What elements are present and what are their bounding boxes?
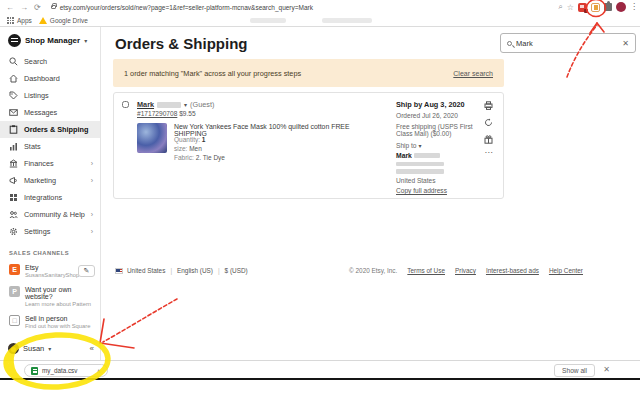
bookmark-google-drive[interactable]: Google Drive xyxy=(39,17,88,24)
ship-to-toggle[interactable]: Ship to ▾ xyxy=(396,142,486,149)
bank-icon xyxy=(9,159,18,168)
sidebar-item-community-help[interactable]: Community & Help › xyxy=(0,206,100,223)
profile-avatar[interactable] xyxy=(616,2,626,12)
show-all-downloads-button[interactable]: Show all xyxy=(554,364,595,377)
search-icon xyxy=(507,41,512,46)
item-thumbnail[interactable] xyxy=(137,123,167,153)
user-avatar xyxy=(8,343,19,354)
copy-full-address-link[interactable]: Copy full address xyxy=(396,187,447,194)
chevron-up-icon[interactable]: ∧ xyxy=(97,367,101,374)
chrome-menu-icon[interactable]: ⋮ xyxy=(630,3,638,11)
order-number-link[interactable]: #1717290708 xyxy=(137,110,177,117)
print-icon[interactable] xyxy=(484,101,493,110)
help-center-link[interactable]: Help Center xyxy=(549,267,583,274)
bookmarks-bar: Apps Google Drive xyxy=(0,14,640,27)
clear-search-icon[interactable]: ✕ xyxy=(622,39,629,48)
footer-region[interactable]: United States xyxy=(127,267,165,274)
search-input[interactable] xyxy=(516,39,618,48)
tag-icon xyxy=(9,91,18,100)
clear-search-link[interactable]: Clear search xyxy=(453,70,493,77)
redacted-address-line xyxy=(396,162,444,167)
square-channel-icon: □ xyxy=(9,315,20,326)
orders-search-box[interactable]: ✕ xyxy=(500,33,636,53)
sidebar-item-stats[interactable]: Stats xyxy=(0,138,100,155)
ordered-date: Ordered Jul 26, 2020 xyxy=(396,112,486,119)
chevron-down-icon: ▾ xyxy=(418,143,421,149)
item-title-link[interactable]: New York Yankees Face Mask 100% quilted … xyxy=(174,123,374,137)
chevron-down-icon: ▾ xyxy=(84,37,87,44)
download-item[interactable]: my_data.csv ∧ xyxy=(24,364,108,377)
page-footer: United States | English (US) | $ (USD) ©… xyxy=(115,267,583,274)
chevron-right-icon: › xyxy=(91,228,93,235)
bookmark-star-icon[interactable]: ☆ xyxy=(567,3,574,12)
close-downloads-icon[interactable]: ✕ xyxy=(603,365,610,374)
sidebar-item-messages[interactable]: Messages xyxy=(0,104,100,121)
redacted-buyer-name xyxy=(157,102,181,108)
chevron-right-icon: › xyxy=(91,160,93,167)
sidebar-item-dashboard[interactable]: Dashboard xyxy=(0,70,100,87)
bar-chart-icon xyxy=(9,142,18,151)
sidebar-item-settings[interactable]: Settings › xyxy=(0,223,100,240)
shipping-method: Free shipping (USPS First Class Mail) ($… xyxy=(396,123,486,137)
interest-ads-link[interactable]: Interest-based ads xyxy=(486,267,539,274)
envelope-icon xyxy=(9,108,18,117)
sidebar-item-marketing[interactable]: Marketing › xyxy=(0,172,100,189)
copyright-text: © 2020 Etsy, Inc. xyxy=(349,267,397,274)
back-icon[interactable]: ← xyxy=(6,3,14,12)
more-options-icon[interactable]: ⋯ xyxy=(485,152,493,154)
gear-icon xyxy=(9,227,18,236)
collapse-sidebar-icon[interactable]: « xyxy=(90,344,94,353)
edit-shop-button[interactable]: ✎ xyxy=(78,265,95,277)
clipboard-icon xyxy=(9,125,18,134)
shop-manager-sidebar: Shop Manager ▾ Search Dashboard Listings… xyxy=(0,27,101,360)
us-flag-icon xyxy=(115,268,123,274)
refresh-progress-icon[interactable] xyxy=(484,118,493,127)
search-icon xyxy=(9,57,18,66)
etsy-shop-manager-logo xyxy=(8,34,21,47)
sidebar-item-finances[interactable]: Finances › xyxy=(0,155,100,172)
user-account-row[interactable]: Susan ▾ « xyxy=(0,338,100,360)
sidebar-item-listings[interactable]: Listings xyxy=(0,87,100,104)
apps-grid-icon xyxy=(7,17,14,24)
recipient-country: United States xyxy=(396,177,486,184)
spreadsheet-file-icon xyxy=(31,367,38,375)
sales-channel-pattern[interactable]: P Want your own website? Learn more abou… xyxy=(0,282,100,311)
url-text[interactable]: etsy.com/your/orders/sold/new?page=1&ref… xyxy=(60,4,313,11)
ship-by-date: Ship by Aug 3, 2020 xyxy=(396,100,486,109)
footer-currency[interactable]: $ (USD) xyxy=(225,267,248,274)
extensions-puzzle-icon[interactable] xyxy=(604,3,612,11)
order-price: $9.55 xyxy=(179,110,196,117)
order-card: Mark ▾ (Guest) #1717290708 $9.55 New Yor… xyxy=(113,92,504,199)
redacted-bookmark xyxy=(322,18,372,23)
buyer-name-link[interactable]: Mark xyxy=(137,100,154,109)
zoom-icon[interactable]: ⌕ xyxy=(558,2,562,12)
sidebar-item-orders-shipping[interactable]: Orders & Shipping xyxy=(0,121,100,138)
browser-window: ← → ⟳ etsy.com/your/orders/sold/new?page… xyxy=(0,0,640,400)
bookmark-apps[interactable]: Apps xyxy=(7,17,32,24)
padlock-icon xyxy=(51,5,56,9)
google-drive-icon xyxy=(39,17,47,24)
chevron-down-icon: ▾ xyxy=(184,101,187,108)
footer-language[interactable]: English (US) xyxy=(177,267,213,274)
privacy-link[interactable]: Privacy xyxy=(455,267,476,274)
sidebar-item-search[interactable]: Search xyxy=(0,53,100,70)
home-icon xyxy=(9,74,18,83)
gift-icon[interactable] xyxy=(484,135,493,144)
pattern-channel-icon: P xyxy=(9,286,20,297)
order-checkbox[interactable] xyxy=(122,101,129,108)
chevron-down-icon: ▾ xyxy=(48,345,51,352)
etsy-channel-icon: E xyxy=(9,264,20,275)
forward-icon[interactable]: → xyxy=(20,3,28,12)
address-bar: ← → ⟳ etsy.com/your/orders/sold/new?page… xyxy=(0,0,640,14)
extension-red-icon[interactable] xyxy=(578,3,587,12)
sidebar-item-integrations[interactable]: Integrations xyxy=(0,189,100,206)
sales-channels-header: SALES CHANNELS xyxy=(0,240,100,260)
refresh-icon[interactable]: ⟳ xyxy=(34,3,41,12)
downloads-bar: my_data.csv ∧ Show all ✕ xyxy=(0,360,640,378)
terms-link[interactable]: Terms of Use xyxy=(407,267,445,274)
shop-manager-menu[interactable]: Shop Manager ▾ xyxy=(0,31,100,53)
megaphone-icon xyxy=(9,176,18,185)
sales-channel-square[interactable]: □ Sell in person Find out how with Squar… xyxy=(0,311,100,333)
extension-orange-icon[interactable] xyxy=(591,3,600,12)
sales-channel-etsy[interactable]: E Etsy SusansSanitaryShop ✎ xyxy=(0,260,100,282)
